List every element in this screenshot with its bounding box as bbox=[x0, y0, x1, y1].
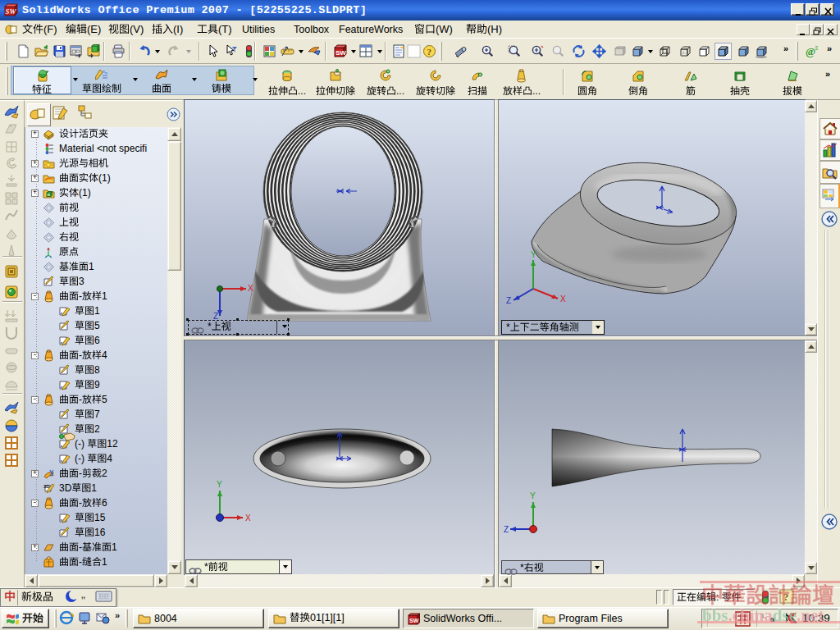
svg-text:...: ... bbox=[298, 85, 306, 97]
svg-text:SW: SW bbox=[336, 49, 346, 57]
svg-text:Material <not specifi: Material <not specifi bbox=[59, 143, 147, 154]
svg-text:?: ? bbox=[427, 47, 432, 57]
svg-text:-: - bbox=[79, 349, 82, 361]
svg-text:1: 1 bbox=[102, 290, 107, 302]
svg-text:1: 1 bbox=[102, 556, 107, 568]
svg-text:...: ... bbox=[532, 85, 541, 97]
svg-text:Y: Y bbox=[530, 491, 536, 500]
svg-text:-: - bbox=[79, 290, 82, 302]
svg-text:(F): (F) bbox=[43, 23, 57, 35]
svg-text:SW: SW bbox=[6, 7, 17, 16]
svg-text:5: 5 bbox=[102, 394, 107, 405]
svg-text:12: 12 bbox=[107, 438, 118, 450]
svg-text:-: - bbox=[79, 394, 82, 405]
svg-text:...: ... bbox=[396, 85, 404, 97]
svg-text:7: 7 bbox=[94, 409, 100, 420]
svg-text:(V): (V) bbox=[130, 23, 144, 35]
svg-text:(1): (1) bbox=[98, 172, 111, 184]
svg-text:1: 1 bbox=[94, 305, 100, 317]
svg-text:-: - bbox=[79, 497, 82, 509]
svg-text:9: 9 bbox=[94, 379, 100, 390]
svg-text:(W): (W) bbox=[436, 23, 453, 35]
svg-text:SW: SW bbox=[409, 618, 419, 623]
svg-text:01[1][1]: 01[1][1] bbox=[310, 612, 345, 623]
svg-text:-: - bbox=[79, 541, 82, 553]
svg-text:1: 1 bbox=[112, 541, 117, 553]
svg-text:6: 6 bbox=[102, 497, 107, 509]
svg-text:X: X bbox=[248, 284, 253, 293]
svg-text:3: 3 bbox=[79, 276, 84, 287]
svg-text:*: * bbox=[506, 322, 510, 333]
svg-text:*: * bbox=[204, 561, 208, 573]
svg-text:X: X bbox=[560, 294, 566, 304]
svg-text:2: 2 bbox=[102, 468, 107, 479]
svg-text:(I): (I) bbox=[173, 23, 183, 35]
svg-text:(H): (H) bbox=[487, 23, 502, 35]
svg-text:-: - bbox=[79, 556, 82, 568]
svg-text:4: 4 bbox=[102, 349, 107, 361]
svg-text:-: - bbox=[79, 468, 82, 479]
svg-text:16: 16 bbox=[94, 527, 106, 538]
svg-text:Z: Z bbox=[504, 525, 509, 534]
svg-text:6: 6 bbox=[94, 335, 100, 346]
svg-text:(-): (-) bbox=[75, 453, 87, 464]
svg-text:(-): (-) bbox=[75, 438, 87, 450]
svg-text:3D: 3D bbox=[43, 484, 50, 489]
svg-text:15: 15 bbox=[94, 512, 106, 523]
svg-text:2: 2 bbox=[94, 423, 100, 435]
svg-text:3D: 3D bbox=[59, 482, 72, 494]
svg-text:X: X bbox=[245, 514, 251, 523]
svg-text:(E): (E) bbox=[87, 23, 101, 35]
svg-text:Z: Z bbox=[506, 296, 511, 305]
svg-text:@: @ bbox=[806, 45, 815, 57]
svg-text:8: 8 bbox=[94, 364, 100, 376]
svg-text:1: 1 bbox=[91, 482, 97, 494]
svg-text:1: 1 bbox=[89, 261, 94, 272]
svg-text:Y: Y bbox=[531, 250, 536, 259]
svg-text:4: 4 bbox=[107, 453, 112, 464]
svg-text:(1): (1) bbox=[79, 187, 91, 199]
svg-text:*: * bbox=[208, 321, 212, 332]
svg-text:Y: Y bbox=[217, 480, 222, 489]
svg-text:*: * bbox=[520, 562, 524, 573]
svg-text:(T): (T) bbox=[218, 23, 232, 35]
svg-text:5: 5 bbox=[94, 320, 100, 331]
